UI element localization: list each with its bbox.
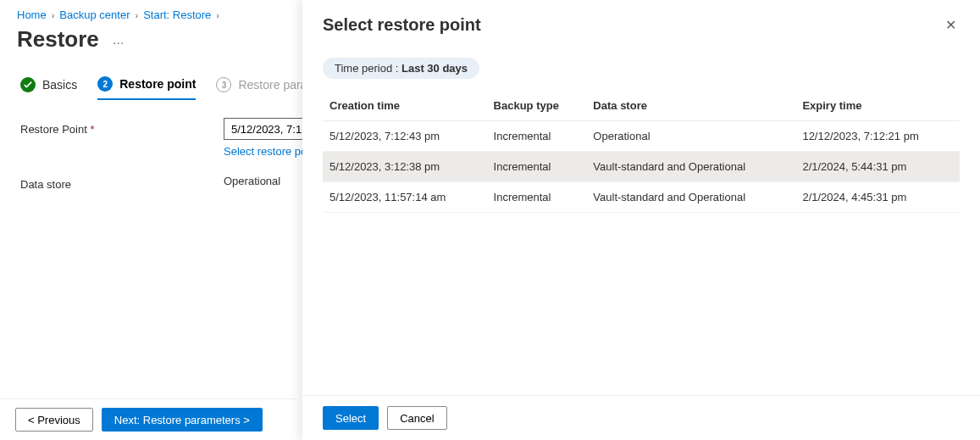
cell-expiry: 2/1/2024, 4:45:31 pm (795, 182, 960, 213)
cell-backup-type: Incremental (487, 152, 587, 182)
cell-creation: 5/12/2023, 7:12:43 pm (323, 121, 487, 152)
col-data-store[interactable]: Data store (586, 91, 795, 121)
check-icon (20, 77, 36, 92)
data-store-label: Data store (20, 173, 224, 191)
table-row[interactable]: 5/12/2023, 7:12:43 pmIncrementalOperatio… (323, 121, 960, 152)
cell-backup-type: Incremental (487, 121, 587, 152)
step-number-icon: 2 (97, 76, 113, 92)
previous-button[interactable]: < Previous (15, 408, 93, 432)
cell-creation: 5/12/2023, 11:57:14 am (323, 182, 487, 213)
restore-points-table: Creation time Backup type Data store Exp… (323, 91, 960, 213)
breadcrumb-backup-center[interactable]: Backup center (59, 8, 130, 21)
select-restore-point-panel: Select restore point ✕ Time period : Las… (302, 0, 980, 440)
breadcrumb-home[interactable]: Home (17, 8, 47, 21)
cell-backup-type: Incremental (487, 182, 587, 213)
chevron-right-icon: › (216, 10, 219, 20)
col-expiry-time[interactable]: Expiry time (795, 91, 960, 121)
col-creation-time[interactable]: Creation time (323, 91, 487, 121)
cell-data-store: Operational (586, 121, 795, 152)
cell-data-store: Vault-standard and Operational (586, 182, 795, 213)
chevron-right-icon: › (52, 10, 55, 20)
step-basics-label: Basics (42, 78, 77, 92)
cell-data-store: Vault-standard and Operational (586, 152, 795, 182)
breadcrumb-start-restore[interactable]: Start: Restore (143, 8, 211, 21)
cell-expiry: 2/1/2024, 5:44:31 pm (795, 152, 960, 182)
table-row[interactable]: 5/12/2023, 3:12:38 pmIncrementalVault-st… (323, 152, 960, 182)
restore-point-label: Restore Point * (20, 118, 224, 136)
cell-creation: 5/12/2023, 3:12:38 pm (323, 152, 487, 182)
step-restore-point[interactable]: 2 Restore point (97, 70, 196, 100)
select-button[interactable]: Select (323, 406, 379, 430)
col-backup-type[interactable]: Backup type (487, 91, 587, 121)
step-restore-point-label: Restore point (119, 77, 196, 91)
time-period-filter[interactable]: Time period : Last 30 days (323, 58, 479, 79)
close-icon[interactable]: ✕ (942, 15, 960, 36)
time-period-prefix: Time period : (335, 62, 401, 75)
step-basics[interactable]: Basics (20, 70, 77, 99)
panel-title: Select restore point (323, 15, 481, 35)
cancel-button[interactable]: Cancel (387, 406, 446, 430)
more-actions-icon[interactable]: … (113, 33, 125, 47)
next-button[interactable]: Next: Restore parameters > (102, 408, 263, 432)
step-number-icon: 3 (216, 77, 231, 92)
time-period-value: Last 30 days (401, 62, 468, 75)
data-store-value: Operational (224, 173, 280, 187)
table-row[interactable]: 5/12/2023, 11:57:14 amIncrementalVault-s… (323, 182, 960, 213)
page-title: Restore (17, 26, 99, 53)
chevron-right-icon: › (135, 10, 138, 20)
cell-expiry: 12/12/2023, 7:12:21 pm (795, 121, 960, 152)
